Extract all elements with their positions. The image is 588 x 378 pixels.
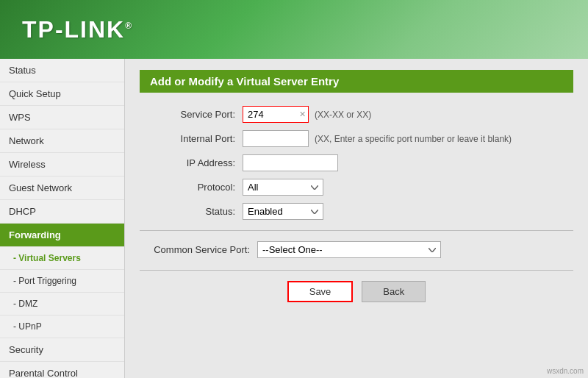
sidebar-item-guest-network[interactable]: Guest Network [0, 176, 124, 200]
service-port-input-wrapper: ✕ [243, 106, 309, 123]
common-service-port-label: Common Service Port: [140, 244, 257, 255]
sidebar-item-wireless[interactable]: Wireless [0, 153, 124, 176]
ip-address-row: IP Address: [140, 154, 573, 171]
sidebar-item-parental-control[interactable]: Parental Control [0, 362, 124, 378]
status-label: Status: [140, 206, 243, 217]
sidebar-item-network[interactable]: Network [0, 129, 124, 153]
service-port-row: Service Port: ✕ (XX-XX or XX) [140, 106, 573, 123]
sidebar-item-virtual-servers[interactable]: - Virtual Servers [0, 247, 124, 270]
sidebar-item-status[interactable]: Status [0, 59, 124, 82]
sidebar-item-security[interactable]: Security [0, 338, 124, 362]
save-button[interactable]: Save [287, 281, 354, 302]
main-container: Status Quick Setup WPS Network Wireless … [0, 59, 588, 378]
service-port-hint: (XX-XX or XX) [315, 110, 371, 120]
internal-port-hint: (XX, Enter a specific port number or lea… [315, 134, 512, 144]
back-button[interactable]: Back [362, 281, 426, 302]
sidebar-item-forwarding[interactable]: Forwarding [0, 224, 124, 247]
sidebar-item-dhcp[interactable]: DHCP [0, 200, 124, 224]
internal-port-input[interactable] [243, 130, 309, 147]
service-port-label: Service Port: [140, 109, 243, 120]
content-area: Add or Modify a Virtual Server Entry Ser… [125, 59, 588, 378]
watermark: wsxdn.com [547, 367, 584, 375]
status-select[interactable]: Enabled Disabled [243, 203, 323, 220]
sidebar: Status Quick Setup WPS Network Wireless … [0, 59, 125, 378]
page-title: Add or Modify a Virtual Server Entry [140, 70, 573, 93]
divider-2 [140, 270, 573, 271]
sidebar-item-wps[interactable]: WPS [0, 106, 124, 129]
internal-port-label: Internal Port: [140, 133, 243, 144]
logo: TP-LINK® [22, 16, 133, 43]
sidebar-item-upnp[interactable]: - UPnP [0, 315, 124, 338]
form-section: Service Port: ✕ (XX-XX or XX) Internal P… [140, 106, 573, 302]
sidebar-item-dmz[interactable]: - DMZ [0, 293, 124, 315]
protocol-label: Protocol: [140, 182, 243, 193]
internal-port-row: Internal Port: (XX, Enter a specific por… [140, 130, 573, 147]
protocol-select[interactable]: All TCP UDP TCP/UDP [243, 179, 323, 196]
sidebar-item-port-triggering[interactable]: - Port Triggering [0, 270, 124, 293]
common-service-port-select[interactable]: --Select One-- DNS FTP HTTP HTTPS IMAP P… [257, 241, 441, 258]
ip-address-input[interactable] [243, 154, 338, 171]
button-row: Save Back [140, 281, 573, 302]
protocol-row: Protocol: All TCP UDP TCP/UDP [140, 179, 573, 196]
service-port-clear-icon[interactable]: ✕ [299, 110, 306, 119]
status-row: Status: Enabled Disabled [140, 203, 573, 220]
common-service-port-row: Common Service Port: --Select One-- DNS … [140, 241, 573, 258]
divider [140, 230, 573, 231]
ip-address-label: IP Address: [140, 157, 243, 168]
sidebar-item-quick-setup[interactable]: Quick Setup [0, 82, 124, 106]
header: TP-LINK® [0, 0, 588, 59]
